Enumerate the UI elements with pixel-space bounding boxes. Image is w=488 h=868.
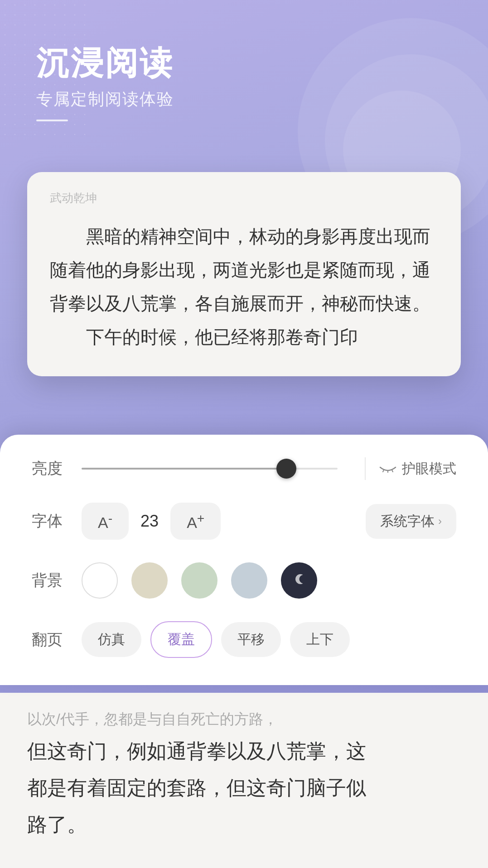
bg-option-dark[interactable] [281,562,317,599]
bottom-text-partial: 以次/代手，忽都是与自自死亡的方路， [27,706,461,733]
font-label: 字体 [32,511,82,532]
bg-option-white[interactable] [82,562,118,599]
bg-option-green[interactable] [181,562,217,599]
reading-content: 黑暗的精神空间中，林动的身影再度出现而随着他的身影出现，两道光影也是紧随而现，通… [50,220,438,354]
reading-card: 武动乾坤 黑暗的精神空间中，林动的身影再度出现而随着他的身影出现，两道光影也是紧… [27,172,461,376]
bottom-line-1: 但这奇门，例如通背拳以及八荒掌，这 [27,733,461,769]
reading-paragraph-2: 下午的时候，他已经将那卷奇门印 [50,320,438,354]
eye-mode-toggle[interactable]: 护眼模式 [379,460,456,478]
pageturn-options: 仿真 覆盖 平移 上下 [82,621,456,658]
moon-icon [291,571,307,590]
slider-track [82,468,338,470]
pageturn-label: 翻页 [32,629,82,650]
background-label: 背景 [32,570,82,591]
slider-thumb[interactable] [276,459,296,479]
bottom-line-2: 都是有着固定的套路，但这奇门脑子似 [27,769,461,806]
background-row: 背景 [32,562,456,599]
font-decrease-button[interactable]: A- [82,503,129,540]
brightness-row: 亮度 护眼模式 [32,457,456,480]
pageturn-simulation-button[interactable]: 仿真 [82,622,141,657]
bottom-text-area: 以次/代手，忽都是与自自死亡的方路， 但这奇门，例如通背拳以及八荒掌，这 都是有… [0,693,488,868]
brightness-slider-container [82,468,338,470]
pageturn-cover-button[interactable]: 覆盖 [150,621,212,658]
brightness-label: 亮度 [32,458,82,479]
slider-fill [82,468,286,470]
reading-paragraph-1: 黑暗的精神空间中，林动的身影再度出现而随着他的身影出现，两道光影也是紧随而现，通… [50,220,438,320]
pageturn-row: 翻页 仿真 覆盖 平移 上下 [32,621,456,658]
page-title: 沉浸阅读 [36,45,174,81]
font-controls: A- 23 A+ [82,503,366,540]
book-title: 武动乾坤 [50,190,438,206]
eye-icon [379,461,396,476]
bottom-text-main: 但这奇门，例如通背拳以及八荒掌，这 都是有着固定的套路，但这奇门脑子似 路了。 [27,733,461,843]
pageturn-slide-button[interactable]: 平移 [221,622,281,657]
brightness-divider [365,457,366,480]
font-row: 字体 A- 23 A+ 系统字体 › [32,503,456,540]
bg-option-blue[interactable] [231,562,267,599]
header: 沉浸阅读 专属定制阅读体验 [36,45,174,121]
font-family-button[interactable]: 系统字体 › [366,504,456,539]
font-family-label: 系统字体 [380,512,435,531]
background-options [82,562,456,599]
eye-mode-label: 护眼模式 [402,460,456,478]
chevron-right-icon: › [438,515,442,528]
pageturn-scroll-button[interactable]: 上下 [290,622,350,657]
font-increase-button[interactable]: A+ [170,503,221,540]
settings-panel: 亮度 护眼模式 字体 A- 23 [0,435,488,685]
header-divider [36,120,68,121]
bottom-line-3: 路了。 [27,806,461,843]
page-subtitle: 专属定制阅读体验 [36,88,174,110]
font-size-value: 23 [136,512,163,531]
bg-option-beige[interactable] [131,562,168,599]
